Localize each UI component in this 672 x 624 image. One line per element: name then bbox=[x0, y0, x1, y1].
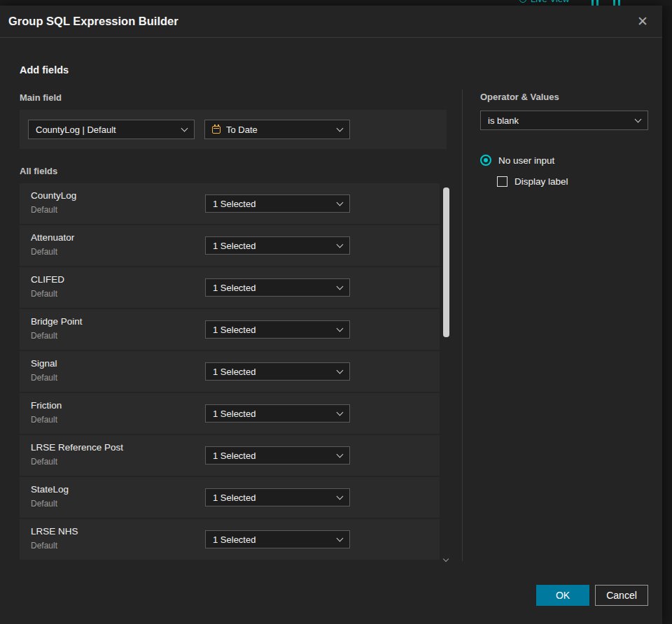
dialog-title: Group SQL Expression Builder bbox=[8, 15, 178, 28]
field-name: StateLog bbox=[31, 484, 69, 495]
main-field-dropdown-value: CountyLog | Default bbox=[36, 125, 116, 135]
add-fields-heading: Add fields bbox=[20, 64, 69, 76]
calendar-icon bbox=[212, 126, 220, 134]
field-selected-dropdown[interactable]: 1 Selected bbox=[205, 488, 350, 506]
field-selected-dropdown-label: 1 Selected bbox=[213, 409, 255, 419]
scrollbar-thumb[interactable] bbox=[443, 187, 449, 337]
field-subtitle: Default bbox=[31, 205, 57, 215]
chevron-down-icon bbox=[635, 116, 642, 123]
field-name: LRSE Reference Post bbox=[31, 442, 123, 453]
field-selected-dropdown-label: 1 Selected bbox=[213, 241, 255, 251]
chevron-down-icon bbox=[337, 535, 344, 542]
all-fields-list: CountyLog Default 1 Selected Attenuator … bbox=[20, 183, 440, 560]
field-subtitle: Default bbox=[31, 331, 57, 341]
field-subtitle: Default bbox=[31, 499, 57, 509]
panel-toggle-icon[interactable] bbox=[618, 0, 620, 6]
field-selected-dropdown[interactable]: 1 Selected bbox=[205, 404, 350, 423]
cancel-button[interactable]: Cancel bbox=[595, 585, 648, 606]
main-field-dropdown[interactable]: CountyLog | Default bbox=[28, 120, 195, 139]
field-selected-dropdown-label: 1 Selected bbox=[213, 367, 255, 377]
field-name: CountyLog bbox=[31, 190, 76, 201]
field-selected-dropdown-label: 1 Selected bbox=[213, 534, 255, 545]
chevron-down-icon bbox=[337, 125, 344, 132]
chevron-down-icon bbox=[337, 325, 344, 332]
dialog-header: Group SQL Expression Builder ✕ bbox=[0, 6, 662, 38]
field-row: Friction Default 1 Selected bbox=[20, 393, 440, 434]
chevron-down-icon bbox=[337, 241, 344, 248]
display-label-label: Display label bbox=[514, 176, 568, 187]
live-view-toggle[interactable]: Live View bbox=[519, 0, 569, 4]
field-row: Bridge Point Default 1 Selected bbox=[20, 309, 440, 350]
operator-dropdown[interactable]: is blank bbox=[480, 111, 648, 130]
field-subtitle: Default bbox=[31, 457, 57, 467]
chevron-down-icon bbox=[337, 493, 344, 500]
operator-values-label: Operator & Values bbox=[480, 92, 559, 102]
field-selected-dropdown-label: 1 Selected bbox=[213, 451, 255, 461]
live-view-eye-icon bbox=[519, 0, 526, 3]
radio-selected-icon bbox=[480, 155, 491, 166]
panel-toggle-icon[interactable] bbox=[592, 0, 594, 6]
field-selected-dropdown-label: 1 Selected bbox=[213, 283, 255, 293]
underlying-app-toolbar: Live View bbox=[0, 0, 672, 6]
field-name: CLIFED bbox=[31, 274, 64, 285]
field-row: StateLog Default 1 Selected bbox=[20, 477, 440, 518]
field-subtitle: Default bbox=[31, 541, 57, 551]
underlying-app-background bbox=[662, 6, 672, 624]
chevron-down-icon bbox=[337, 199, 344, 206]
chevron-down-icon bbox=[181, 125, 188, 132]
operator-dropdown-value: is blank bbox=[488, 115, 519, 126]
field-selected-dropdown-label: 1 Selected bbox=[213, 325, 255, 335]
display-label-checkbox[interactable]: Display label bbox=[497, 176, 568, 187]
field-selected-dropdown[interactable]: 1 Selected bbox=[205, 530, 350, 548]
panel-toggle-icon[interactable] bbox=[596, 0, 598, 6]
field-name: Attenuator bbox=[31, 232, 74, 243]
field-row: CountyLog Default 1 Selected bbox=[20, 183, 440, 224]
chevron-down-icon bbox=[337, 409, 344, 416]
field-selected-dropdown[interactable]: 1 Selected bbox=[205, 446, 350, 465]
main-field-label: Main field bbox=[20, 92, 62, 103]
field-row: Signal Default 1 Selected bbox=[20, 351, 440, 392]
field-selected-dropdown[interactable]: 1 Selected bbox=[205, 236, 350, 255]
main-field-panel: CountyLog | Default To Date bbox=[20, 110, 447, 149]
field-selected-dropdown-label: 1 Selected bbox=[213, 492, 255, 503]
chevron-down-icon bbox=[337, 283, 344, 290]
field-selected-dropdown[interactable]: 1 Selected bbox=[205, 320, 350, 339]
chevron-down-icon bbox=[337, 451, 344, 458]
field-row: CLIFED Default 1 Selected bbox=[20, 267, 440, 308]
no-user-input-radio[interactable]: No user input bbox=[480, 155, 554, 166]
field-selected-dropdown[interactable]: 1 Selected bbox=[205, 194, 350, 213]
main-field-value-dropdown-value: To Date bbox=[226, 125, 258, 135]
field-row: LRSE Reference Post Default 1 Selected bbox=[20, 435, 440, 476]
main-field-value-dropdown[interactable]: To Date bbox=[204, 120, 350, 139]
field-name: LRSE NHS bbox=[31, 526, 78, 537]
all-fields-label: All fields bbox=[20, 166, 57, 176]
field-row: Attenuator Default 1 Selected bbox=[20, 225, 440, 266]
field-subtitle: Default bbox=[31, 247, 57, 257]
field-subtitle: Default bbox=[31, 373, 57, 383]
group-sql-expression-builder-dialog: Group SQL Expression Builder ✕ Add field… bbox=[0, 6, 662, 624]
no-user-input-label: No user input bbox=[498, 155, 554, 166]
field-name: Bridge Point bbox=[31, 316, 83, 327]
field-name: Signal bbox=[31, 358, 57, 369]
field-selected-dropdown-label: 1 Selected bbox=[213, 199, 255, 209]
checkbox-unchecked-icon bbox=[497, 176, 507, 187]
ok-button[interactable]: OK bbox=[536, 585, 589, 606]
scrollbar[interactable] bbox=[443, 185, 449, 561]
field-row: LRSE NHS Default 1 Selected bbox=[20, 519, 440, 560]
close-button[interactable]: ✕ bbox=[634, 13, 651, 29]
field-subtitle: Default bbox=[31, 289, 57, 299]
field-selected-dropdown[interactable]: 1 Selected bbox=[205, 278, 350, 297]
chevron-down-icon bbox=[337, 367, 344, 374]
live-view-label: Live View bbox=[531, 0, 569, 4]
field-subtitle: Default bbox=[31, 415, 57, 425]
scroll-down-arrow-icon[interactable] bbox=[443, 556, 449, 562]
field-name: Friction bbox=[31, 400, 62, 411]
field-selected-dropdown[interactable]: 1 Selected bbox=[205, 362, 350, 381]
panel-toggle-icon[interactable] bbox=[613, 0, 615, 6]
column-divider bbox=[462, 90, 463, 561]
